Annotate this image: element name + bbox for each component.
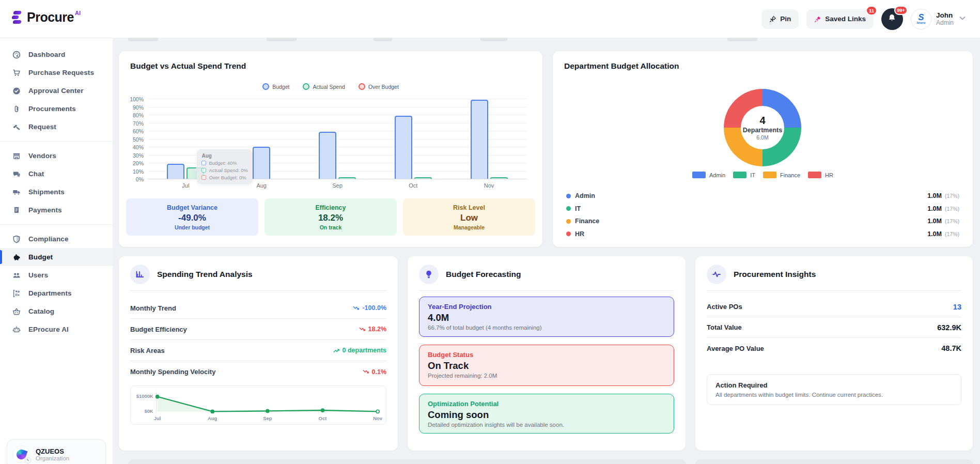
spending-row-label: Monthly Spending Velocity (130, 368, 215, 376)
sidebar-item-vendors[interactable]: Vendors (0, 147, 113, 165)
forecast-box-year-end-projection: Year-End Projection4.0M66.7% of total bu… (419, 297, 674, 337)
bar-group-sep (300, 99, 376, 179)
app-logo[interactable]: Procure AI (11, 9, 81, 26)
donut-legend-swatch (692, 172, 706, 178)
insights-rows: Active POs13Total Value632.9KAverage PO … (707, 297, 961, 359)
edit-pencil-icon: ✎ (25, 457, 31, 463)
y-tick-label: 100% (130, 96, 144, 102)
sidebar-item-request[interactable]: Request (0, 118, 113, 136)
bar-actual-spend[interactable] (490, 177, 508, 179)
sidebar-item-shipments[interactable]: Shipments (0, 183, 113, 201)
logo-suffix: AI (75, 10, 81, 16)
allocation-row-finance: Finance1.0M(17%) (566, 215, 959, 228)
notifications-button[interactable]: 99+ (881, 8, 903, 30)
svg-text:Nov: Nov (373, 415, 382, 421)
donut-legend-label: IT (750, 172, 755, 178)
sidebar-item-budget[interactable]: Budget (0, 248, 113, 266)
pin-button[interactable]: Pin (761, 9, 799, 29)
bar-chart-icon (130, 265, 150, 284)
spending-analysis-title: Spending Trend Analysis (157, 270, 253, 279)
bar-budget[interactable] (395, 116, 412, 179)
department-dot (566, 206, 571, 211)
sidebar-item-label: Users (28, 271, 48, 279)
user-menu[interactable]: S Smarte John Admin (911, 9, 967, 29)
sidebar-item-label: Dashboard (28, 51, 65, 58)
donut-legend-finance: Finance (763, 172, 800, 178)
pulse-icon (707, 265, 726, 284)
sidebar-item-compliance[interactable]: Compliance (0, 230, 113, 248)
allocation-row-right: 1.0M(17%) (927, 218, 959, 225)
tooltip-swatch (201, 175, 206, 180)
sidebar-item-catalog[interactable]: Catalog (0, 302, 113, 320)
bar-actual-spend[interactable] (338, 177, 356, 179)
action-required-text: All departments within budget limits. Co… (715, 392, 953, 398)
sidebar: DashboardPurchase RequestsApproval Cente… (0, 38, 113, 464)
robot-icon (12, 325, 21, 334)
legend-label: Actual Spend (313, 84, 345, 90)
spending-row-value: 0 departments (333, 347, 386, 354)
bar-actual-spend[interactable] (414, 177, 432, 179)
donut-legend-label: Admin (709, 172, 725, 178)
sidebar-item-purchase-requests[interactable]: Purchase Requests (0, 64, 113, 82)
sidebar-item-approval-center[interactable]: Approval Center (0, 82, 113, 100)
allocation-row-hr: HR1.0M(17%) (566, 228, 959, 241)
forecast-box-label: Year-End Projection (428, 303, 665, 311)
svg-text:Sep: Sep (263, 415, 272, 421)
spending-row-label: Risk Areas (130, 347, 165, 354)
sidebar-item-procurements[interactable]: Procurements (0, 100, 113, 118)
organization-name: QZUEOS (36, 447, 69, 455)
donut-legend-swatch (808, 172, 821, 178)
trend-down-icon (363, 368, 369, 375)
bar-budget[interactable] (471, 100, 488, 179)
app-header: Procure AI Pin Saved Links 11 99+ S Smar… (0, 0, 980, 38)
sidebar-item-eprocure-ai[interactable]: EProcure AI (0, 320, 113, 338)
logo-brand: Procure (27, 9, 74, 25)
forecast-card: Budget Forecasting Year-End Projection4.… (408, 256, 686, 451)
scroll-artifact (695, 459, 973, 464)
department-dot (566, 231, 571, 236)
y-tick-label: 30% (133, 152, 144, 159)
bar-budget[interactable] (253, 147, 270, 179)
insights-row-label: Total Value (707, 323, 742, 331)
sidebar-item-label: Payments (28, 206, 62, 214)
saved-links-button[interactable]: Saved Links 11 (806, 9, 874, 29)
budget-trend-card: Budget vs Actual Spend Trend BudgetActua… (119, 51, 542, 247)
svg-text:$1000K: $1000K (136, 393, 153, 398)
department-value: 1.0M (927, 218, 942, 225)
insights-row-active-pos: Active POs13 (707, 297, 961, 317)
spending-rows: Monthly Trend-100.0%Budget Efficiency18.… (130, 298, 386, 382)
spending-row-budget-efficiency: Budget Efficiency18.2% (130, 319, 386, 340)
insights-title: Procurement Insights (734, 270, 816, 279)
users-icon (12, 271, 21, 280)
forecast-box-sub: Detailed optimization insights will be a… (428, 422, 665, 428)
donut-legend-swatch (763, 172, 776, 178)
sidebar-item-chat[interactable]: Chat (0, 165, 113, 183)
user-name: John (936, 11, 954, 19)
spending-analysis-card: Spending Trend Analysis Monthly Trend-10… (119, 256, 398, 451)
forecast-boxes: Year-End Projection4.0M66.7% of total bu… (419, 297, 674, 434)
bar-budget[interactable] (167, 164, 184, 179)
forecast-title: Budget Forecasting (446, 270, 521, 279)
sidebar-item-departments[interactable]: Departments (0, 284, 113, 302)
storefront-icon (12, 151, 21, 160)
forecast-box-value: Coming soon (428, 409, 665, 421)
organization-card[interactable]: ✎ QZUEOS Organization (7, 439, 106, 464)
scroll-artifact (267, 38, 297, 41)
svg-text:Jul: Jul (154, 415, 161, 421)
lightbulb-icon (419, 265, 439, 284)
legend-swatch (359, 83, 365, 90)
sidebar-item-label: Departments (28, 289, 72, 297)
scroll-artifact (128, 459, 686, 464)
stat-risk-level: Risk LevelLowManageable (403, 198, 535, 236)
sidebar-item-users[interactable]: Users (0, 266, 113, 284)
tooltip-text: Actual Spend: 0% (209, 167, 248, 173)
sidebar-item-dashboard[interactable]: Dashboard (0, 45, 113, 64)
department-name: Admin (575, 192, 595, 199)
piggy-bank-icon (12, 253, 21, 261)
sidebar-item-payments[interactable]: Payments (0, 201, 113, 219)
department-value: 1.0M (927, 205, 942, 212)
bar-budget[interactable] (319, 132, 336, 179)
spending-row-monthly-trend: Monthly Trend-100.0% (130, 298, 386, 319)
department-name: HR (575, 230, 584, 238)
legend-item-over-budget: Over Budget (359, 83, 399, 90)
